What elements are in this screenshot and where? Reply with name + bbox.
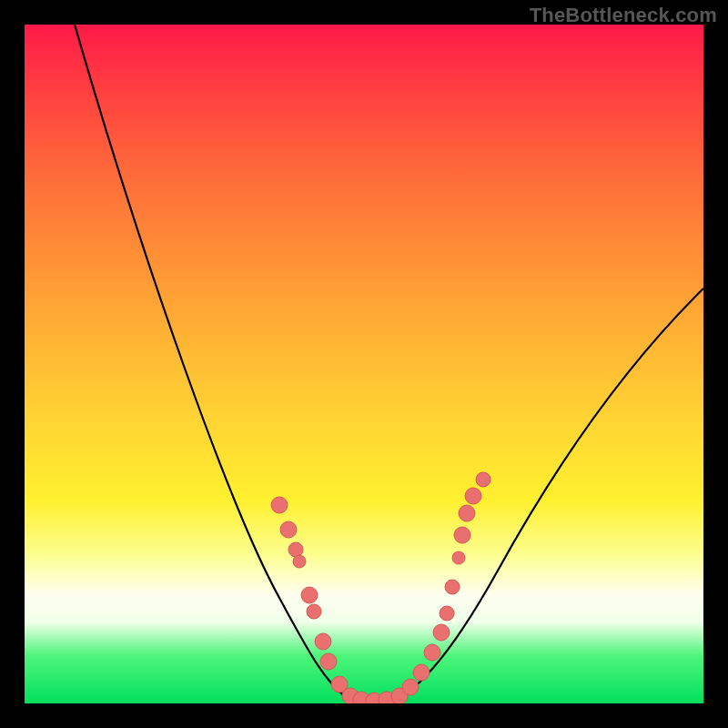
data-point	[433, 624, 450, 641]
data-point	[288, 542, 303, 557]
data-point	[402, 679, 419, 695]
chart-svg	[25, 25, 703, 703]
data-point	[293, 555, 306, 568]
data-point	[476, 472, 490, 487]
data-point	[445, 580, 460, 594]
chart-plot-area	[25, 25, 703, 703]
data-point	[320, 653, 337, 670]
data-point	[413, 664, 430, 681]
dot-group	[271, 472, 490, 703]
data-point	[454, 527, 470, 543]
watermark-text: TheBottleneck.com	[530, 4, 717, 27]
curve-group	[75, 25, 703, 701]
data-point	[452, 551, 465, 564]
data-point	[307, 604, 321, 619]
data-point	[280, 521, 297, 538]
data-point	[440, 606, 454, 621]
data-point	[465, 488, 481, 504]
data-point	[301, 587, 318, 603]
data-point	[315, 633, 331, 650]
data-point	[424, 644, 440, 661]
data-point	[459, 505, 475, 521]
data-point	[271, 497, 288, 513]
